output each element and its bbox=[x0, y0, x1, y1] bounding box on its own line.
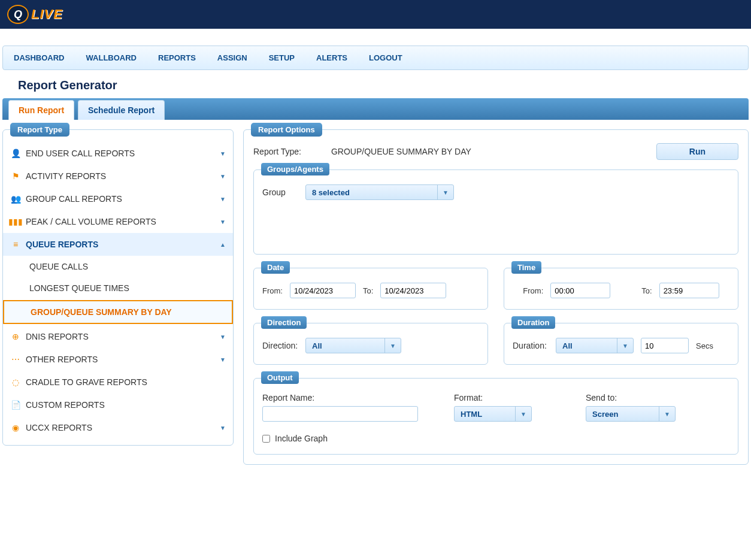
duration-dropdown[interactable]: All ▼ bbox=[556, 338, 634, 353]
list-icon: ≡ bbox=[10, 239, 21, 250]
chevron-up-icon: ▲ bbox=[220, 241, 226, 248]
chevron-down-icon: ▼ bbox=[220, 196, 226, 202]
nav-reports[interactable]: REPORTS bbox=[147, 51, 207, 65]
chevron-down-icon: ▼ bbox=[437, 185, 453, 199]
cat-label: OTHER REPORTS bbox=[26, 355, 98, 364]
group-label: Group bbox=[262, 187, 298, 197]
report-type-label: Report Type: bbox=[253, 147, 301, 156]
tab-schedule-report[interactable]: Schedule Report bbox=[78, 100, 165, 120]
user-icon: 👤 bbox=[10, 148, 21, 159]
nav-logout[interactable]: LOGOUT bbox=[358, 51, 413, 65]
nav-setup[interactable]: SETUP bbox=[258, 51, 305, 65]
direction-value: All bbox=[306, 341, 328, 350]
direction-dropdown[interactable]: All ▼ bbox=[305, 338, 401, 353]
sidebar: Report Type 👤 END USER CALL REPORTS ▼ ⚑ … bbox=[2, 129, 234, 456]
circle-icon: ◉ bbox=[10, 422, 21, 433]
chevron-down-icon: ▼ bbox=[220, 173, 226, 180]
cat-label: UCCX REPORTS bbox=[26, 423, 92, 432]
report-options-area: Report Options Report Type: GROUP/QUEUE … bbox=[243, 129, 749, 476]
bars-icon: ▮▮▮ bbox=[10, 216, 21, 227]
chevron-down-icon: ▼ bbox=[515, 407, 531, 421]
cat-label: CRADLE TO GRAVE REPORTS bbox=[26, 377, 147, 387]
time-panel: Time From: To: bbox=[504, 268, 738, 310]
flag-icon: ⚑ bbox=[10, 171, 21, 181]
dots-icon: ⋯ bbox=[10, 354, 21, 365]
time-to-label: To: bbox=[641, 286, 652, 295]
group-icon: 👥 bbox=[10, 193, 21, 204]
sendto-value: Screen bbox=[586, 410, 624, 419]
page-title: Report Generator bbox=[0, 70, 751, 98]
groups-agents-title: Groups/Agents bbox=[261, 163, 329, 175]
nav-dashboard[interactable]: DASHBOARD bbox=[3, 51, 75, 65]
include-graph-checkbox[interactable] bbox=[262, 435, 270, 443]
sub-longest-queue-times[interactable]: LONGEST QUEUE TIMES bbox=[3, 277, 233, 299]
output-panel: Output Report Name: Format: HTML ▼ bbox=[253, 378, 738, 455]
cat-peak-volume-reports[interactable]: ▮▮▮ PEAK / CALL VOLUME REPORTS ▼ bbox=[3, 210, 233, 233]
cat-end-user-call-reports[interactable]: 👤 END USER CALL REPORTS ▼ bbox=[3, 142, 233, 165]
circle-dashed-icon: ◌ bbox=[10, 377, 21, 388]
logo-text: LIVE bbox=[31, 7, 63, 22]
duration-panel: Duration Duration: All ▼ Secs bbox=[504, 323, 738, 365]
sidebar-panel-title: Report Type bbox=[10, 123, 69, 137]
sub-group-queue-summary-by-day[interactable]: GROUP/QUEUE SUMMARY BY DAY bbox=[3, 300, 233, 324]
cat-custom-reports[interactable]: 📄 CUSTOM REPORTS bbox=[3, 393, 233, 416]
cat-label: END USER CALL REPORTS bbox=[26, 149, 135, 158]
chevron-down-icon: ▼ bbox=[617, 338, 633, 353]
direction-title: Direction bbox=[261, 316, 307, 329]
duration-secs-input[interactable] bbox=[641, 338, 689, 353]
output-title: Output bbox=[261, 371, 299, 384]
cat-label: DNIS REPORTS bbox=[26, 332, 89, 341]
groups-agents-panel: Groups/Agents Group 8 selected ▼ bbox=[253, 169, 738, 255]
chevron-down-icon: ▼ bbox=[220, 425, 226, 431]
date-to-input[interactable] bbox=[380, 283, 446, 298]
chevron-down-icon: ▼ bbox=[220, 356, 226, 363]
time-to-input[interactable] bbox=[659, 283, 719, 298]
time-from-label: From: bbox=[523, 286, 543, 295]
report-name-input[interactable] bbox=[262, 406, 418, 422]
cat-queue-reports[interactable]: ≡ QUEUE REPORTS ▲ bbox=[3, 233, 233, 256]
date-to-label: To: bbox=[363, 286, 373, 295]
tab-run-report[interactable]: Run Report bbox=[8, 100, 74, 120]
date-from-label: From: bbox=[262, 286, 283, 295]
duration-secs-label: Secs bbox=[696, 341, 713, 350]
cat-other-reports[interactable]: ⋯ OTHER REPORTS ▼ bbox=[3, 348, 233, 371]
group-dropdown[interactable]: 8 selected ▼ bbox=[305, 184, 454, 200]
duration-label: Duration: bbox=[513, 341, 549, 350]
chevron-down-icon: ▼ bbox=[220, 150, 226, 157]
format-label: Format: bbox=[454, 393, 562, 402]
chevron-down-icon: ▼ bbox=[384, 338, 401, 353]
cat-label: PEAK / CALL VOLUME REPORTS bbox=[26, 217, 156, 226]
chevron-down-icon: ▼ bbox=[220, 334, 226, 340]
time-title: Time bbox=[511, 261, 541, 274]
duration-title: Duration bbox=[511, 316, 555, 329]
cat-group-call-reports[interactable]: 👥 GROUP CALL REPORTS ▼ bbox=[3, 187, 233, 210]
cat-dnis-reports[interactable]: ⊕ DNIS REPORTS ▼ bbox=[3, 325, 233, 348]
format-dropdown[interactable]: HTML ▼ bbox=[454, 406, 532, 422]
duration-value: All bbox=[556, 341, 579, 350]
date-panel: Date From: To: bbox=[253, 268, 488, 310]
date-title: Date bbox=[261, 261, 290, 274]
include-graph-label: Include Graph bbox=[275, 434, 328, 443]
cat-cradle-to-grave-reports[interactable]: ◌ CRADLE TO GRAVE REPORTS bbox=[3, 371, 233, 393]
report-name-label: Report Name: bbox=[262, 393, 430, 402]
nav-alerts[interactable]: ALERTS bbox=[305, 51, 358, 65]
report-type-value: GROUP/QUEUE SUMMARY BY DAY bbox=[331, 147, 471, 156]
run-button[interactable]: Run bbox=[656, 143, 738, 160]
top-bar: Q LIVE bbox=[0, 0, 751, 29]
sendto-dropdown[interactable]: Screen ▼ bbox=[586, 406, 676, 422]
group-dropdown-value: 8 selected bbox=[306, 188, 356, 197]
cat-activity-reports[interactable]: ⚑ ACTIVITY REPORTS ▼ bbox=[3, 165, 233, 187]
date-from-input[interactable] bbox=[290, 283, 356, 298]
time-from-input[interactable] bbox=[550, 283, 610, 298]
nav-assign[interactable]: ASSIGN bbox=[207, 51, 258, 65]
sub-queue-calls[interactable]: QUEUE CALLS bbox=[3, 256, 233, 277]
logo-badge-icon: Q bbox=[7, 5, 29, 24]
cat-uccx-reports[interactable]: ◉ UCCX REPORTS ▼ bbox=[3, 416, 233, 439]
cat-label: ACTIVITY REPORTS bbox=[26, 171, 106, 181]
cat-label: QUEUE REPORTS bbox=[26, 240, 98, 249]
tab-strip: Run Report Schedule Report bbox=[2, 98, 749, 120]
report-options-title: Report Options bbox=[251, 123, 322, 137]
cat-label: GROUP CALL REPORTS bbox=[26, 194, 122, 204]
chevron-down-icon: ▼ bbox=[659, 407, 675, 421]
nav-wallboard[interactable]: WALLBOARD bbox=[75, 51, 148, 65]
